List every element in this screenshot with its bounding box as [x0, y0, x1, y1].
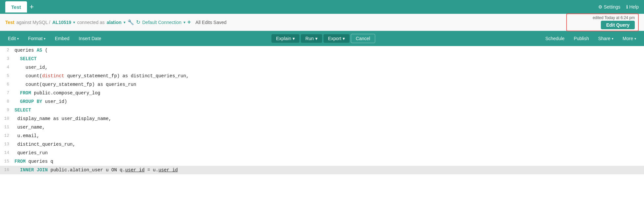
conn-refresh-icon[interactable]: ↻: [136, 19, 140, 25]
line-num-7: 7: [0, 89, 14, 97]
code-line-4: 4 user_id,: [0, 63, 644, 72]
explain-chevron-icon: ▾: [293, 36, 295, 41]
code-line-12: 12 u.email,: [0, 132, 644, 140]
help-link[interactable]: ℹ Help: [626, 4, 639, 10]
line-num-6: 6: [0, 80, 14, 89]
code-line-3: 3 SELECT: [0, 55, 644, 63]
line-num-11: 11: [0, 123, 14, 132]
edit-query-button[interactable]: Edit Query: [601, 21, 635, 29]
code-line-9: 9 SELECT: [0, 106, 644, 114]
more-chevron-icon: ▾: [634, 37, 636, 40]
line-content-13: distinct_queries_run,: [14, 140, 644, 149]
conn-saved-label: All Edits Saved: [195, 20, 226, 25]
line-num-13: 13: [0, 140, 14, 149]
line-num-16: 16: [0, 166, 14, 174]
cancel-button[interactable]: Cancel: [351, 34, 375, 43]
publish-button[interactable]: Publish: [570, 34, 593, 43]
line-content-14: queries_run: [14, 149, 644, 157]
line-num-5: 5: [0, 72, 14, 80]
line-num-9: 9: [0, 106, 14, 114]
active-tab[interactable]: Test: [5, 1, 27, 12]
format-label: Format: [28, 36, 42, 41]
embed-button[interactable]: Embed: [51, 34, 73, 43]
format-button[interactable]: Format ▾: [24, 34, 49, 43]
insert-date-label: Insert Date: [79, 36, 101, 41]
code-editor[interactable]: 2 queries AS ( 3 SELECT 4 user_id, 5 cou…: [0, 46, 644, 174]
code-line-10: 10 display_name as user_display_name,: [0, 114, 644, 123]
conn-db-chevron-icon[interactable]: ▾: [73, 20, 75, 25]
nav-right: ⚙ Settings ℹ Help: [598, 4, 639, 10]
run-label: Run: [305, 36, 314, 41]
line-content-12: u.email,: [14, 132, 644, 140]
conn-db-label[interactable]: AL10519: [52, 20, 71, 25]
schedule-label: Schedule: [545, 36, 564, 41]
publish-label: Publish: [574, 36, 589, 41]
line-num-14: 14: [0, 149, 14, 157]
code-line-8: 8 GROUP BY user_id): [0, 97, 644, 106]
line-content-15: FROM queries q: [14, 157, 644, 166]
run-chevron-icon: ▾: [315, 36, 318, 41]
connection-bar: Test against MySQL / AL10519 ▾ connected…: [0, 14, 644, 31]
line-content-2: queries AS (: [14, 46, 644, 55]
edit-label: Edit: [8, 36, 16, 41]
share-chevron-icon: ▾: [612, 37, 613, 40]
code-line-11: 11 user_name,: [0, 123, 644, 132]
conn-default-chevron-icon[interactable]: ▾: [183, 20, 185, 25]
schedule-button[interactable]: Schedule: [541, 34, 568, 43]
code-line-15: 15 FROM queries q: [0, 157, 644, 166]
code-line-16: 16 INNER JOIN public.alation_user u ON q…: [0, 166, 644, 174]
run-button[interactable]: Run ▾: [301, 34, 322, 43]
share-button[interactable]: Share ▾: [594, 34, 617, 43]
code-line-2: 2 queries AS (: [0, 46, 644, 55]
conn-as-label: connected as: [77, 20, 104, 25]
explain-button[interactable]: Explain ▾: [271, 34, 299, 43]
settings-link[interactable]: ⚙ Settings: [598, 4, 620, 10]
line-num-2: 2: [0, 46, 14, 55]
line-content-8: GROUP BY user_id): [14, 97, 644, 106]
top-nav: Test + ⚙ Settings ℹ Help: [0, 0, 644, 14]
line-content-4: user_id,: [14, 63, 644, 72]
format-chevron-icon: ▾: [44, 37, 45, 40]
line-content-7: FROM public.compose_query_log: [14, 89, 644, 97]
insert-date-button[interactable]: Insert Date: [75, 34, 105, 43]
line-num-15: 15: [0, 157, 14, 166]
line-content-11: user_name,: [14, 123, 644, 132]
conn-against-label: against MySQL /: [16, 20, 50, 25]
code-line-7: 7 FROM public.compose_query_log: [0, 89, 644, 97]
code-line-14: 14 queries_run: [0, 149, 644, 157]
more-label: More: [623, 36, 633, 41]
edit-button[interactable]: Edit ▾: [4, 34, 23, 43]
embed-label: Embed: [55, 36, 69, 41]
line-content-5: count(distinct query_statement_fp) as di…: [14, 72, 644, 80]
line-num-4: 4: [0, 63, 14, 72]
conn-user-label[interactable]: alation: [107, 20, 122, 25]
explain-label: Explain: [276, 36, 291, 41]
conn-default-label[interactable]: Default Connection: [142, 20, 182, 25]
export-button[interactable]: Export ▾: [323, 34, 350, 43]
share-label: Share: [598, 36, 610, 41]
edited-time-label: edited Today at 6:24 pm: [593, 15, 635, 20]
export-label: Export: [328, 36, 341, 41]
code-line-13: 13 distinct_queries_run,: [0, 140, 644, 149]
line-num-3: 3: [0, 55, 14, 63]
edit-query-box: edited Today at 6:24 pm Edit Query: [566, 13, 639, 31]
conn-user-chevron-icon[interactable]: ▾: [124, 20, 126, 25]
conn-test-label: Test: [5, 20, 14, 25]
code-line-6: 6 count(query_statement_fp) as queries_r…: [0, 80, 644, 89]
line-content-3: SELECT: [14, 55, 644, 63]
line-num-12: 12: [0, 132, 14, 140]
export-chevron-icon: ▾: [343, 36, 345, 41]
line-content-6: count(query_statement_fp) as queries_run: [14, 80, 644, 89]
conn-wrench-icon[interactable]: 🔧: [127, 19, 134, 25]
add-tab-button[interactable]: +: [30, 3, 34, 11]
code-line-5: 5 count(distinct query_statement_fp) as …: [0, 72, 644, 80]
line-content-9: SELECT: [14, 106, 644, 114]
line-num-8: 8: [0, 97, 14, 106]
line-num-10: 10: [0, 114, 14, 123]
line-content-16: INNER JOIN public.alation_user u ON q.us…: [14, 166, 644, 174]
line-content-10: display_name as user_display_name,: [14, 114, 644, 123]
toolbar: Edit ▾ Format ▾ Embed Insert Date Explai…: [0, 31, 644, 46]
more-button[interactable]: More ▾: [619, 34, 640, 43]
conn-plus-icon[interactable]: +: [187, 19, 191, 26]
cancel-label: Cancel: [356, 36, 370, 41]
